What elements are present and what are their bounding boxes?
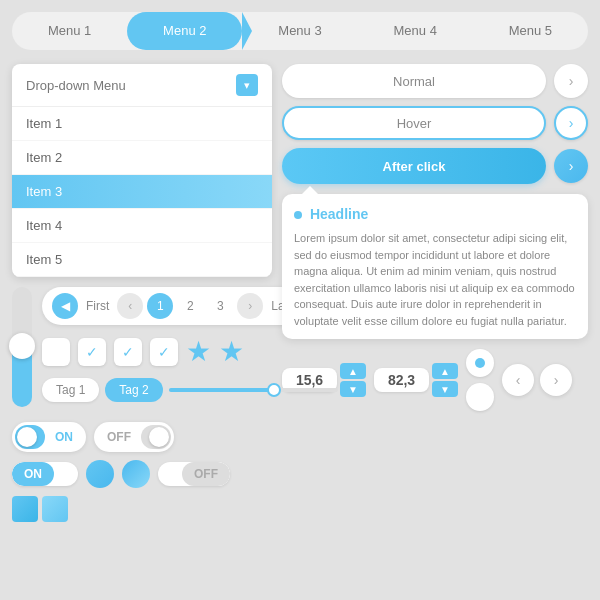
counter-value-2: 82,3: [382, 372, 421, 388]
tag-slider-fill: [169, 388, 271, 392]
dropdown-item-4[interactable]: Item 4: [12, 209, 272, 243]
counter-group-2: 82,3 ▲ ▼: [374, 363, 458, 397]
right-column: Normal › Hover › After click › Headline: [282, 64, 588, 522]
tag-slider[interactable]: [169, 388, 338, 392]
radio-btn-1[interactable]: [466, 349, 494, 377]
dropdown-item-1[interactable]: Item 1: [12, 107, 272, 141]
checkbox-checked-1[interactable]: ✓: [78, 338, 106, 366]
hover-button[interactable]: Hover: [282, 106, 546, 140]
pill-dot-blue[interactable]: [86, 460, 114, 488]
content-area: Drop-down Menu ▾ Item 1 Item 2 Item 3 It…: [12, 64, 588, 522]
counter-up-1[interactable]: ▲: [340, 363, 366, 379]
vertical-slider[interactable]: [12, 287, 32, 407]
pill-dot-light[interactable]: [122, 460, 150, 488]
btn-row-normal: Normal ›: [282, 64, 588, 98]
nav-arrows: ‹ ›: [502, 364, 572, 396]
pill-off-label: [54, 462, 78, 486]
pill-toggles-row: ON OFF: [12, 460, 272, 488]
nav-item-menu3[interactable]: Menu 3: [242, 12, 357, 50]
star-filled-2[interactable]: ★: [219, 335, 244, 368]
dropdown-header[interactable]: Drop-down Menu ▾: [12, 64, 272, 107]
tag-slider-thumb[interactable]: [267, 383, 281, 397]
pill-off-label-3: OFF: [182, 462, 230, 486]
tooltip-box: Headline Lorem ipsum dolor sit amet, con…: [282, 194, 588, 339]
pill-on-label: ON: [12, 462, 54, 486]
radio-group: [466, 349, 494, 411]
toggle-knob-on: [15, 425, 45, 449]
main-container: Menu 1 Menu 2 Menu 3 Menu 4 Menu 5 Drop-…: [0, 0, 600, 600]
checkbox-unchecked[interactable]: [42, 338, 70, 366]
page-first-label: First: [82, 299, 113, 313]
radio-btn-2[interactable]: [466, 383, 494, 411]
counter-up-2[interactable]: ▲: [432, 363, 458, 379]
counter-down-1[interactable]: ▼: [340, 381, 366, 397]
page-prev-btn[interactable]: ‹: [117, 293, 143, 319]
page-num-1[interactable]: 1: [147, 293, 173, 319]
counter-arrows-2: ▲ ▼: [432, 363, 458, 397]
after-click-arrow-btn[interactable]: ›: [554, 149, 588, 183]
color-square-light-blue[interactable]: [42, 496, 68, 522]
page-num-3[interactable]: 3: [207, 293, 233, 319]
headline-dot: [294, 211, 302, 219]
pill-toggle-off[interactable]: OFF: [158, 462, 230, 486]
star-filled-1[interactable]: ★: [186, 335, 211, 368]
dropdown-arrow-icon[interactable]: ▾: [236, 74, 258, 96]
counter-down-2[interactable]: ▼: [432, 381, 458, 397]
page-first-btn[interactable]: ◀: [52, 293, 78, 319]
counter-value-1: 15,6: [290, 372, 329, 388]
dropdown-item-5[interactable]: Item 5: [12, 243, 272, 277]
nav-item-menu1[interactable]: Menu 1: [12, 12, 127, 50]
btn-row-hover: Hover ›: [282, 106, 588, 140]
counter-arrows-1: ▲ ▼: [340, 363, 366, 397]
toggle-on-1[interactable]: ON: [12, 422, 86, 452]
pill-off-label-2: [158, 462, 182, 486]
checkbox-checked-3[interactable]: ✓: [150, 338, 178, 366]
tooltip-headline-text: Headline: [310, 206, 368, 222]
nav-item-menu4[interactable]: Menu 4: [358, 12, 473, 50]
pill-toggle-on[interactable]: ON: [12, 462, 78, 486]
dropdown-label: Drop-down Menu: [26, 78, 126, 93]
nav-right-btn[interactable]: ›: [540, 364, 572, 396]
left-column: Drop-down Menu ▾ Item 1 Item 2 Item 3 It…: [12, 64, 272, 522]
normal-button[interactable]: Normal: [282, 64, 546, 98]
hover-arrow-btn[interactable]: ›: [554, 106, 588, 140]
dropdown-item-3[interactable]: Item 3: [12, 175, 272, 209]
nav-left-btn[interactable]: ‹: [502, 364, 534, 396]
vertical-slider-thumb[interactable]: [9, 333, 35, 359]
nav-item-menu5[interactable]: Menu 5: [473, 12, 588, 50]
toggle-off-1[interactable]: OFF: [94, 422, 174, 452]
big-toggles-row: ON OFF: [12, 422, 272, 452]
after-click-button[interactable]: After click: [282, 148, 546, 184]
color-square-blue[interactable]: [12, 496, 38, 522]
dropdown-item-2[interactable]: Item 2: [12, 141, 272, 175]
counter-box-2: 82,3: [374, 368, 429, 392]
page-num-2[interactable]: 2: [177, 293, 203, 319]
tooltip-headline: Headline: [294, 204, 576, 225]
checkbox-checked-2[interactable]: ✓: [114, 338, 142, 366]
toggle-knob-off: [141, 425, 171, 449]
nav-item-menu2[interactable]: Menu 2: [127, 12, 242, 50]
color-squares: [12, 496, 272, 522]
normal-arrow-btn[interactable]: ›: [554, 64, 588, 98]
top-nav: Menu 1 Menu 2 Menu 3 Menu 4 Menu 5: [12, 12, 588, 50]
tag-1[interactable]: Tag 1: [42, 378, 99, 402]
buttons-area: Normal › Hover › After click ›: [282, 64, 588, 184]
toggle-off-label-1: OFF: [97, 426, 141, 448]
tooltip-body: Lorem ipsum dolor sit amet, consectetur …: [294, 230, 576, 329]
page-next-btn[interactable]: ›: [237, 293, 263, 319]
tag-2[interactable]: Tag 2: [105, 378, 162, 402]
btn-row-after-click: After click ›: [282, 148, 588, 184]
dropdown-menu: Drop-down Menu ▾ Item 1 Item 2 Item 3 It…: [12, 64, 272, 277]
toggle-on-label-1: ON: [45, 426, 83, 448]
